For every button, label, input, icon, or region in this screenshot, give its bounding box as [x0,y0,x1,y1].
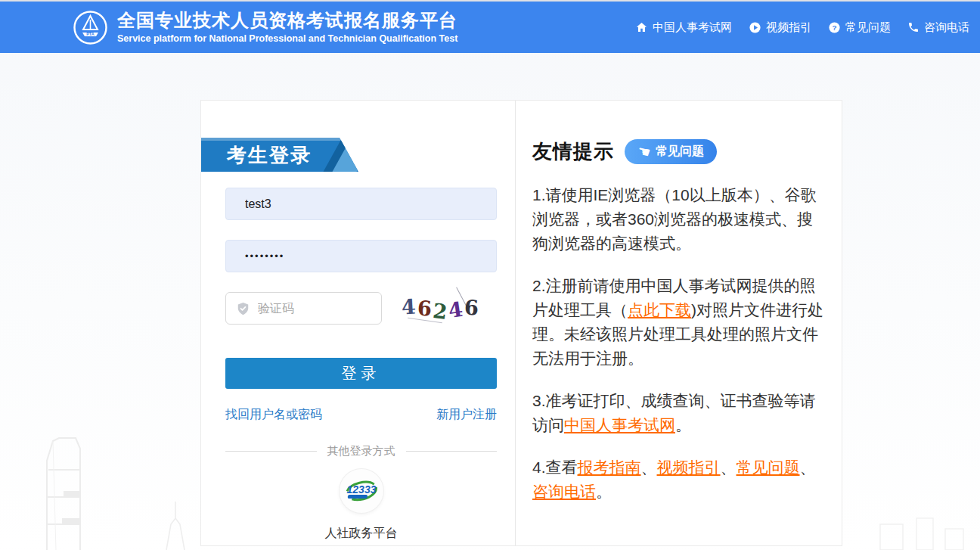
shield-icon [236,301,250,319]
other-login-divider-label: 其他登录方式 [327,444,395,458]
password-input[interactable] [225,240,497,272]
hrss-12333-logo-icon: 12333 [340,469,383,513]
faq-pill-button[interactable]: ☚ 常见问题 [625,139,717,164]
login-section: 考生登录 [201,101,516,545]
nav-item-label: 视频指引 [766,20,811,35]
tip-item-1: 1.请使用IE浏览器（10以上版本）、谷歌浏览器，或者360浏览器的极速模式、搜… [532,183,827,256]
captcha-digit: 4 [401,290,417,323]
nav-item-video-guide[interactable]: 视频指引 [749,20,811,35]
other-login-12333[interactable]: 12333 人社政务平台 [225,469,497,542]
tip-text: 、 [800,458,816,476]
tip-link[interactable]: 点此下载 [628,301,691,318]
other-login-divider: 其他登录方式 [225,444,497,458]
site-subtitle: Service platform for National Profession… [117,33,457,45]
tip-item-2: 2.注册前请使用中国人事考试网提供的照片处理工具（点此下载)对照片文件进行处理。… [532,274,827,371]
pointing-hand-icon: ☚ [635,141,652,161]
phone-icon [907,21,920,33]
captcha-image[interactable]: 46246 [402,293,497,325]
header: PTA 全国专业技术人员资格考试报名服务平台 Service platform … [0,2,980,53]
tip-text: 1.请使用IE浏览器（10以上版本）、谷歌浏览器，或者360浏览器的极速模式、搜… [532,186,817,252]
building-watermark-right [876,515,966,553]
page: PTA 全国专业技术人员资格考试报名服务平台 Service platform … [0,0,980,553]
nav-item-faq[interactable]: ? 常见问题 [828,20,891,35]
home-icon [635,21,648,33]
forgot-credentials-link[interactable]: 找回用户名或密码 [225,407,322,423]
nav-item-label: 中国人事考试网 [653,20,732,35]
tip-item-4: 4.查看报考指南、视频指引、常见问题、咨询电话。 [532,455,827,504]
tip-text: 4.查看 [532,458,578,476]
login-links: 找回用户名或密码 新用户注册 [225,407,497,423]
building-watermark-left [36,421,195,553]
site-title-group: 全国专业技术人员资格考试报名服务平台 Service platform for … [117,10,457,45]
nav-item-cpta-site[interactable]: 中国人事考试网 [635,20,732,35]
nav-item-phone[interactable]: 咨询电话 [907,20,969,35]
captcha-input-wrap [225,292,382,325]
tip-text: 、 [641,458,657,476]
nav-item-label: 常见问题 [845,20,891,35]
question-circle-icon: ? [828,21,841,34]
captcha-row: 46246 [225,292,497,325]
tip-link[interactable]: 咨询电话 [532,483,596,500]
tip-link[interactable]: 中国人事考试网 [564,416,675,433]
svg-text:PTA: PTA [86,32,95,36]
site-title: 全国专业技术人员资格考试报名服务平台 [117,10,457,31]
username-input[interactable] [225,188,497,220]
tips-list: 1.请使用IE浏览器（10以上版本）、谷歌浏览器，或者360浏览器的极速模式、搜… [532,183,827,504]
svg-text:12333: 12333 [346,483,376,496]
tips-section: 友情提示 ☚ 常见问题 1.请使用IE浏览器（10以上版本）、谷歌浏览器，或者3… [516,101,842,545]
tips-title: 友情提示 [532,138,614,165]
login-button[interactable]: 登录 [225,358,497,389]
tip-link[interactable]: 视频指引 [657,458,721,476]
tip-text: 。 [596,483,612,500]
nav-item-label: 咨询电话 [924,20,969,35]
captcha-digit: 6 [464,291,479,324]
pta-logo-icon: PTA [73,10,108,45]
other-login-caption: 人社政务平台 [225,526,497,542]
top-nav: 中国人事考试网 视频指引 ? 常见问题 咨询电话 [635,20,969,35]
faq-pill-label: 常见问题 [656,144,704,160]
register-link[interactable]: 新用户注册 [436,407,497,423]
tips-header: 友情提示 ☚ 常见问题 [532,138,827,165]
tip-text: 、 [721,458,737,476]
tip-link[interactable]: 报考指南 [578,458,641,476]
play-circle-icon [749,21,761,34]
svg-text:?: ? [832,23,836,32]
login-card: 考生登录 [200,100,842,546]
tip-link[interactable]: 常见问题 [737,458,800,476]
captcha-digit: 6 [417,292,432,325]
tip-text: 。 [675,416,691,433]
tip-item-3: 3.准考证打印、成绩查询、证书查验等请访问中国人事考试网。 [532,389,827,437]
login-panel-ribbon: 考生登录 [201,138,358,172]
captcha-digit: 2 [431,294,449,328]
login-form: 46246 登录 找回用户名或密码 新用户注册 其他登录方式 12333 [225,188,497,542]
login-panel-title: 考生登录 [201,138,358,173]
